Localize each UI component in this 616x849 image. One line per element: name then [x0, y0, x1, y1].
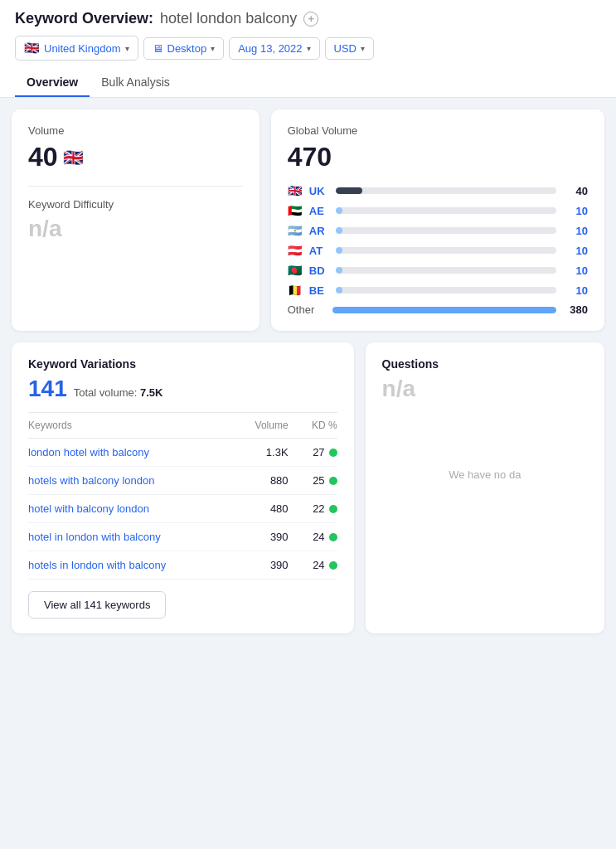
keyword-rows: london hotel with balcony 1.3K 27 hotels…: [28, 439, 337, 580]
keyword-variations-card: Keyword Variations 141 Total volume: 7.5…: [12, 342, 354, 633]
table-row: hotels with balcony london 880 25: [28, 467, 337, 495]
country-row: 🇬🇧 UK 40: [288, 184, 588, 197]
kd-dot: [329, 477, 337, 485]
country-row: 🇦🇷 AR 10: [288, 224, 588, 237]
country-filter[interactable]: 🇬🇧 United Kingdom ▾: [15, 36, 138, 61]
volume-value: 880: [239, 474, 289, 487]
col-header-kd: KD %: [292, 420, 337, 431]
volume-label: Volume: [28, 124, 243, 137]
page-title: Keyword Overview: hotel london balcony +: [15, 10, 601, 27]
volume-value: 390: [239, 531, 289, 543]
country-row: 🇧🇩 BD 10: [288, 264, 588, 277]
country-row: 🇦🇪 AE 10: [288, 204, 588, 217]
other-label: Other: [288, 303, 327, 316]
volume-card: Volume 40 🇬🇧 Keyword Difficulty n/a: [12, 109, 259, 331]
bottom-cards-row: Keyword Variations 141 Total volume: 7.5…: [12, 342, 604, 633]
tab-bar: Overview Bulk Analysis: [15, 69, 601, 97]
device-filter[interactable]: 🖥 Desktop ▾: [143, 37, 225, 60]
keyword-text: hotel london balcony: [160, 10, 297, 27]
table-header: Keywords Volume KD %: [28, 412, 337, 439]
keyword-link[interactable]: hotels in london with balcony: [28, 559, 235, 571]
kd-cell: 27: [292, 446, 337, 458]
kd-value: n/a: [28, 216, 243, 242]
country-code: AT: [309, 245, 331, 257]
kd-dot: [329, 449, 337, 457]
variations-count: 141: [28, 376, 67, 402]
bar-fill: [336, 227, 342, 234]
keyword-link[interactable]: hotels with balcony london: [28, 474, 235, 487]
country-count: 10: [561, 245, 588, 257]
country-code: AE: [309, 205, 331, 217]
top-bar: Keyword Overview: hotel london balcony +…: [0, 0, 616, 98]
volume-flag: 🇬🇧: [63, 148, 84, 167]
volume-number: 40: [28, 142, 58, 172]
global-volume-card: Global Volume 470 🇬🇧 UK 40 🇦🇪 AE 10 🇦🇷 A…: [271, 109, 604, 331]
currency-label: USD: [334, 42, 357, 55]
country-count: 10: [561, 264, 588, 277]
country-code: BE: [309, 284, 331, 297]
table-row: london hotel with balcony 1.3K 27: [28, 439, 337, 467]
country-count: 10: [561, 225, 588, 237]
country-count: 40: [561, 185, 588, 197]
keyword-link[interactable]: hotel in london with balcony: [28, 531, 235, 543]
bar-fill: [336, 287, 342, 294]
kw-variations-title: Keyword Variations: [28, 357, 337, 371]
device-chevron-icon: ▾: [211, 44, 215, 53]
global-volume-label: Global Volume: [288, 124, 588, 137]
filter-bar: 🇬🇧 United Kingdom ▾ 🖥 Desktop ▾ Aug 13, …: [15, 36, 601, 61]
country-flag: 🇧🇩: [288, 264, 304, 277]
other-row: Other 380: [288, 303, 588, 316]
date-label: Aug 13, 2022: [238, 42, 302, 55]
table-row: hotel in london with balcony 390 24: [28, 523, 337, 551]
global-volume-value: 470: [288, 142, 588, 172]
keyword-link[interactable]: hotel with balcony london: [28, 502, 235, 515]
volume-value: 480: [239, 502, 289, 515]
questions-value: n/a: [382, 376, 588, 402]
device-icon: 🖥: [153, 42, 163, 55]
kd-cell: 24: [292, 531, 337, 543]
other-bar-container: [332, 307, 556, 313]
country-count: 10: [561, 284, 588, 297]
add-keyword-icon[interactable]: +: [303, 12, 318, 27]
country-row: 🇧🇪 BE 10: [288, 284, 588, 297]
other-count: 380: [561, 303, 588, 316]
date-chevron-icon: ▾: [307, 44, 311, 53]
other-bar-fill: [332, 307, 556, 313]
country-label: United Kingdom: [44, 42, 121, 55]
bar-container: [336, 287, 556, 294]
main-content: Volume 40 🇬🇧 Keyword Difficulty n/a Glob…: [0, 98, 616, 645]
currency-filter[interactable]: USD ▾: [325, 37, 374, 60]
total-volume: 7.5K: [140, 386, 162, 399]
bar-container: [336, 267, 556, 274]
view-all-keywords-button[interactable]: View all 141 keywords: [28, 591, 166, 619]
kd-dot: [329, 533, 337, 541]
volume-value: 40 🇬🇧: [28, 142, 243, 172]
volume-value: 1.3K: [239, 446, 289, 458]
volume-value: 390: [239, 559, 289, 571]
device-label: Desktop: [167, 42, 207, 55]
kd-dot: [329, 561, 337, 570]
tab-bulk-analysis[interactable]: Bulk Analysis: [90, 69, 181, 97]
card-divider: [28, 186, 243, 187]
kd-cell: 22: [292, 502, 337, 515]
country-flag: 🇦🇹: [288, 244, 304, 257]
country-count: 10: [561, 205, 588, 217]
questions-title: Questions: [382, 357, 588, 371]
date-filter[interactable]: Aug 13, 2022 ▾: [229, 37, 319, 60]
kd-dot: [329, 505, 337, 513]
country-code: AR: [309, 225, 331, 237]
tab-overview[interactable]: Overview: [15, 69, 90, 97]
country-flag: 🇬🇧: [24, 41, 40, 56]
variations-meta: Total volume: 7.5K: [74, 386, 163, 399]
col-header-volume: Volume: [239, 420, 289, 431]
bar-container: [336, 227, 556, 234]
keyword-link[interactable]: london hotel with balcony: [28, 446, 235, 458]
kd-label: Keyword Difficulty: [28, 198, 243, 211]
bar-fill: [336, 187, 362, 194]
country-code: UK: [309, 185, 331, 197]
top-cards-row: Volume 40 🇬🇧 Keyword Difficulty n/a Glob…: [12, 109, 604, 331]
country-flag: 🇬🇧: [288, 184, 304, 197]
title-prefix: Keyword Overview:: [15, 10, 153, 27]
no-data-text: We have no da: [382, 468, 588, 481]
kd-cell: 25: [292, 474, 337, 487]
